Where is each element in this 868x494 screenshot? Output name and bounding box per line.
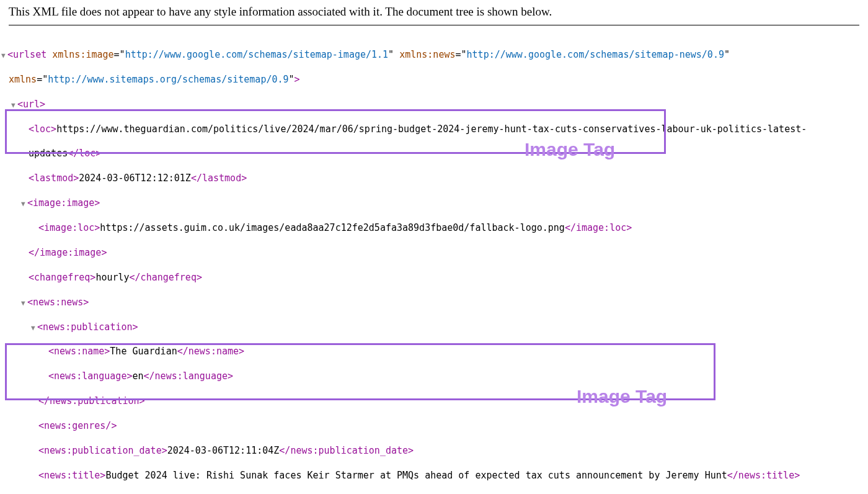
xml-header-message: This XML file does not appear to have an… [0, 0, 868, 25]
expand-arrow[interactable]: ▼ [1, 52, 7, 61]
news-news-tag: <news:news> [27, 297, 89, 308]
news-lang-tag: <news:language> [48, 370, 132, 382]
expand-arrow[interactable]: ▼ [31, 324, 37, 333]
image-image-tag: <image:image> [27, 197, 100, 209]
loc-value: https://www.theguardian.com/politics/liv… [56, 124, 807, 135]
news-pub-tag: <news:publication> [37, 321, 138, 333]
expand-arrow[interactable]: ▼ [11, 101, 17, 110]
lastmod-tag: <lastmod> [29, 173, 79, 184]
image-loc-tag: <image:loc> [38, 222, 100, 233]
changefreq-tag: <changefreq> [29, 272, 95, 283]
lastmod-value: 2024-03-06T12:12:01Z [79, 173, 191, 184]
news-name-tag: <news:name> [48, 346, 110, 357]
loc-close: </loc> [68, 148, 101, 159]
news-pubdate-tag: <news:publication_date> [38, 445, 167, 456]
xml-tree: ▼<urlset xmlns:image="http://www.google.… [0, 37, 868, 494]
news-lang-value: en [132, 370, 143, 382]
news-name-value: The Guardian [110, 346, 177, 357]
changefreq-value: hourly [95, 272, 129, 283]
loc-tag: <loc> [29, 124, 56, 135]
header-divider [9, 25, 859, 25]
news-pub-close: </news:publication> [38, 395, 145, 406]
expand-arrow[interactable]: ▼ [21, 299, 27, 308]
image-loc-value: https://assets.guim.co.uk/images/eada8aa… [100, 222, 565, 233]
news-title-tag: <news:title> [38, 470, 105, 481]
news-title-value: Budget 2024 live: Rishi Sunak faces Keir… [105, 470, 727, 481]
expand-arrow[interactable]: ▼ [21, 200, 27, 209]
url-tag: <url> [17, 99, 45, 110]
loc-value-cont: updates [29, 148, 68, 159]
news-genres-tag: <news:genres/> [38, 420, 117, 431]
news-pubdate-value: 2024-03-06T12:11:04Z [167, 445, 280, 456]
image-image-close: </image:image> [29, 247, 107, 258]
